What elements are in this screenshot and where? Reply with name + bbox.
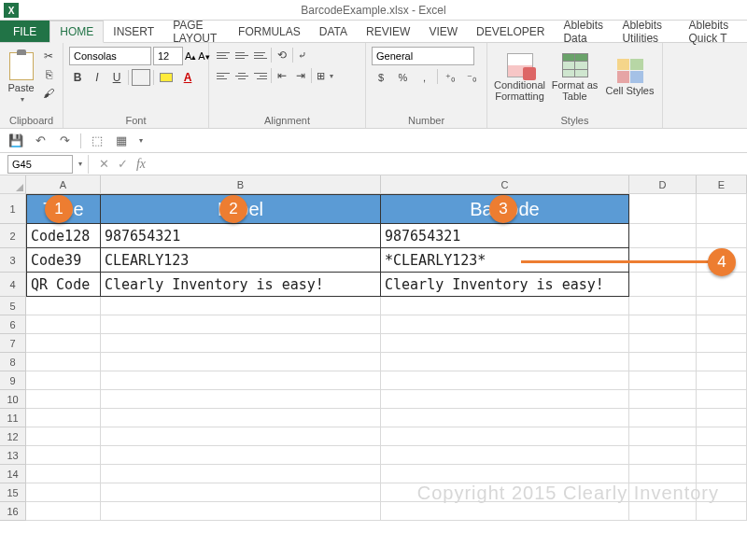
cell[interactable] <box>101 427 381 446</box>
align-left-button[interactable] <box>215 67 232 84</box>
row-header[interactable]: 16 <box>0 502 26 521</box>
chevron-down-icon[interactable]: ▾ <box>78 160 82 168</box>
accept-formula-button[interactable]: ✓ <box>113 155 132 174</box>
cell[interactable] <box>697 224 747 248</box>
cell[interactable] <box>101 483 381 502</box>
align-middle-button[interactable] <box>233 47 250 63</box>
fill-color-button[interactable] <box>157 69 176 86</box>
cell[interactable] <box>697 483 747 502</box>
cell[interactable] <box>697 353 747 371</box>
tab-ablebits-utilities[interactable]: Ablebits Utilities <box>613 21 679 42</box>
cell[interactable] <box>697 315 747 334</box>
tab-view[interactable]: VIEW <box>419 21 467 42</box>
cell[interactable]: Clearly Inventory is easy! <box>381 273 629 297</box>
chevron-down-icon[interactable]: ▾ <box>139 136 143 145</box>
borders-button[interactable] <box>132 69 150 86</box>
decrease-font-button[interactable]: A▾ <box>198 47 209 65</box>
tab-ablebits-data[interactable]: Ablebits Data <box>554 21 613 42</box>
cell[interactable] <box>629 409 697 427</box>
cell[interactable] <box>629 224 697 248</box>
cell[interactable] <box>629 465 697 483</box>
copy-button[interactable]: ⎘ <box>40 67 57 82</box>
row-header[interactable]: 12 <box>0 427 26 446</box>
cell[interactable] <box>629 427 697 446</box>
tab-insert[interactable]: INSERT <box>104 21 163 42</box>
cell[interactable] <box>101 371 381 390</box>
cell[interactable]: 987654321 <box>101 224 381 248</box>
undo-button[interactable]: ↶ <box>32 133 49 149</box>
wrap-text-button[interactable]: ⤶ <box>295 47 309 63</box>
cell[interactable] <box>629 315 697 334</box>
cell[interactable] <box>101 409 381 427</box>
cell[interactable]: Code128 <box>26 224 101 248</box>
align-right-button[interactable] <box>252 67 269 84</box>
row-header[interactable]: 7 <box>0 334 26 353</box>
cell[interactable] <box>381 483 629 502</box>
row-header[interactable]: 3 <box>0 248 26 273</box>
cell[interactable] <box>101 502 381 521</box>
cell[interactable] <box>697 371 747 390</box>
cell[interactable] <box>697 194 747 224</box>
tab-ablebits-quick[interactable]: Ablebits Quick T <box>679 21 747 42</box>
cell[interactable] <box>26 427 101 446</box>
tab-review[interactable]: REVIEW <box>357 21 419 42</box>
cell[interactable] <box>381 353 629 371</box>
align-center-button[interactable] <box>233 67 250 84</box>
row-header[interactable]: 6 <box>0 315 26 334</box>
number-format-select[interactable] <box>372 47 474 65</box>
cell[interactable] <box>697 446 747 465</box>
orientation-button[interactable]: ⟲ <box>274 47 290 63</box>
col-header-C[interactable]: C <box>381 175 629 193</box>
cell[interactable] <box>629 483 697 502</box>
row-header[interactable]: 2 <box>0 224 26 248</box>
cell[interactable] <box>697 390 747 409</box>
qat-button[interactable]: ▦ <box>113 133 130 149</box>
merge-center-button[interactable]: ⊞▾ <box>314 67 336 84</box>
increase-decimal-button[interactable]: ⁺₀ <box>441 69 459 86</box>
decrease-decimal-button[interactable]: ⁻₀ <box>462 69 481 86</box>
cell[interactable]: CLEARLY123 <box>101 248 381 273</box>
row-header[interactable]: 4 <box>0 273 26 297</box>
cell[interactable] <box>26 371 101 390</box>
format-painter-button[interactable]: 🖌 <box>40 86 57 101</box>
col-header-E[interactable]: E <box>697 175 747 193</box>
cell[interactable] <box>381 297 629 315</box>
cell[interactable] <box>101 446 381 465</box>
cell[interactable] <box>26 465 101 483</box>
cell[interactable] <box>381 390 629 409</box>
cell[interactable] <box>101 334 381 353</box>
tab-developer[interactable]: DEVELOPER <box>467 21 554 42</box>
cancel-formula-button[interactable]: ✕ <box>94 155 113 174</box>
row-header[interactable]: 15 <box>0 483 26 502</box>
cell[interactable] <box>629 334 697 353</box>
increase-indent-button[interactable]: ⇥ <box>292 67 309 84</box>
redo-button[interactable]: ↷ <box>56 133 73 149</box>
select-all-corner[interactable] <box>0 175 26 193</box>
cell[interactable] <box>26 483 101 502</box>
col-header-A[interactable]: A <box>26 175 101 193</box>
italic-button[interactable]: I <box>89 69 106 86</box>
currency-button[interactable]: $ <box>372 69 390 86</box>
cell[interactable] <box>26 446 101 465</box>
cell[interactable] <box>26 502 101 521</box>
save-button[interactable]: 💾 <box>7 133 24 149</box>
font-name-input[interactable] <box>69 47 151 65</box>
cell[interactable] <box>26 334 101 353</box>
col-header-B[interactable]: B <box>101 175 381 193</box>
row-header[interactable]: 13 <box>0 446 26 465</box>
cell[interactable] <box>381 446 629 465</box>
worksheet-grid[interactable]: A B C D E 1 Type Label Barcode 2 Code128… <box>0 175 747 521</box>
cell[interactable] <box>381 409 629 427</box>
cell[interactable] <box>629 297 697 315</box>
paste-button[interactable]: Paste ▾ <box>6 47 36 108</box>
cell[interactable] <box>697 334 747 353</box>
cell[interactable] <box>101 353 381 371</box>
cell[interactable] <box>629 446 697 465</box>
cell[interactable] <box>629 502 697 521</box>
underline-button[interactable]: U <box>108 69 125 86</box>
cell[interactable] <box>381 334 629 353</box>
tab-file[interactable]: FILE <box>0 21 49 42</box>
row-header[interactable]: 8 <box>0 353 26 371</box>
row-header[interactable]: 14 <box>0 465 26 483</box>
font-color-button[interactable]: A <box>178 69 197 86</box>
